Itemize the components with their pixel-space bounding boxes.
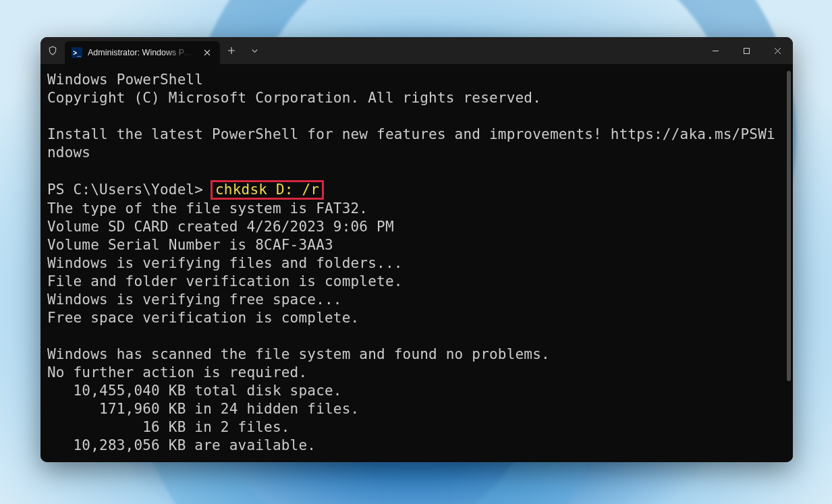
tab-dropdown-button[interactable]: [243, 37, 266, 64]
terminal-window: >_ Administrator: Windows PowerShell: [40, 37, 793, 462]
close-window-button[interactable]: [762, 37, 793, 64]
new-tab-button[interactable]: [220, 37, 243, 64]
terminal-body[interactable]: Windows PowerShell Copyright (C) Microso…: [40, 64, 793, 462]
maximize-button[interactable]: [731, 37, 762, 64]
titlebar[interactable]: >_ Administrator: Windows PowerShell: [40, 37, 793, 64]
powershell-icon: >_: [72, 47, 82, 58]
highlighted-command: chkdsk D: /r: [211, 180, 324, 200]
minimize-button[interactable]: [700, 37, 731, 64]
tab-title: Administrator: Windows PowerShell: [88, 48, 196, 57]
scrollbar[interactable]: [787, 71, 791, 381]
tab-active[interactable]: >_ Administrator: Windows PowerShell: [65, 41, 220, 64]
window-controls: [700, 37, 793, 64]
close-tab-button[interactable]: [201, 47, 213, 59]
svg-rect-0: [744, 48, 749, 53]
shield-icon: [40, 37, 65, 64]
desktop-background: >_ Administrator: Windows PowerShell: [0, 0, 832, 504]
terminal-output[interactable]: Windows PowerShell Copyright (C) Microso…: [47, 71, 783, 455]
titlebar-drag-region[interactable]: [266, 37, 700, 64]
